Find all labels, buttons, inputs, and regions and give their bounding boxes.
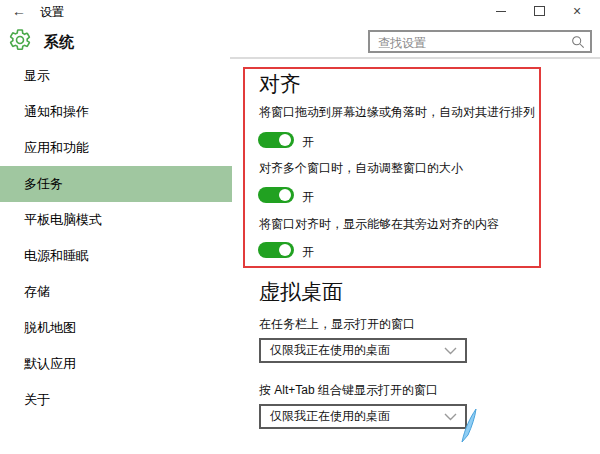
close-button[interactable]: × <box>558 0 596 22</box>
sidebar-item-tablet-mode[interactable]: 平板电脑模式 <box>0 202 232 238</box>
close-icon: × <box>573 4 581 18</box>
sidebar-item-storage[interactable]: 存储 <box>0 274 232 310</box>
sidebar-item-apps[interactable]: 应用和功能 <box>0 130 232 166</box>
chevron-down-icon <box>444 347 457 355</box>
titlebar: ← 设置 × <box>0 0 600 22</box>
search-input[interactable] <box>376 32 565 53</box>
toggle-snap-arrange[interactable] <box>258 132 294 148</box>
toggle-snap-resize[interactable] <box>258 187 294 203</box>
dropdown-alttab-windows[interactable]: 仅限我正在使用的桌面 <box>259 404 467 429</box>
snap-setting-label: 将窗口对齐时，显示能够在其旁边对齐的内容 <box>259 216 499 233</box>
dropdown-value: 仅限我正在使用的桌面 <box>261 408 444 425</box>
vd-setting-label: 在任务栏上，显示打开的窗口 <box>259 316 415 333</box>
window-title: 设置 <box>40 4 64 21</box>
minimize-button[interactable] <box>482 0 520 22</box>
search-box <box>368 30 592 53</box>
maximize-button[interactable] <box>520 0 558 22</box>
toggle-state-label: 开 <box>302 189 314 206</box>
minimize-icon <box>496 11 506 12</box>
back-arrow-icon[interactable]: ← <box>8 2 30 20</box>
sidebar-item-default-apps[interactable]: 默认应用 <box>0 346 232 382</box>
snap-setting-label: 对齐多个窗口时，自动调整窗口的大小 <box>259 160 463 177</box>
toggle-state-label: 开 <box>302 244 314 261</box>
page-title: 系统 <box>44 33 74 52</box>
chevron-down-icon <box>444 413 457 421</box>
window-controls: × <box>482 0 596 22</box>
maximize-icon <box>534 6 545 16</box>
sidebar-item-notifications[interactable]: 通知和操作 <box>0 94 232 130</box>
sidebar-item-display[interactable]: 显示 <box>0 58 232 94</box>
sidebar-item-multitasking[interactable]: 多任务 <box>0 166 232 202</box>
sidebar-item-power-sleep[interactable]: 电源和睡眠 <box>0 238 232 274</box>
virtual-desktops-title: 虚拟桌面 <box>259 278 343 306</box>
sidebar-item-about[interactable]: 关于 <box>0 382 232 418</box>
toggle-state-label: 开 <box>302 134 314 151</box>
toggle-knob <box>279 189 291 201</box>
toggle-knob <box>279 244 291 256</box>
snap-setting-label: 将窗口拖动到屏幕边缘或角落时，自动对其进行排列 <box>259 104 535 121</box>
snap-section-title: 对齐 <box>259 70 301 98</box>
toggle-knob <box>279 134 291 146</box>
gear-icon <box>8 28 32 52</box>
header-divider <box>230 57 600 59</box>
toggle-snap-assist[interactable] <box>258 242 294 258</box>
search-icon[interactable] <box>571 35 585 49</box>
dropdown-taskbar-windows[interactable]: 仅限我正在使用的桌面 <box>259 338 467 363</box>
dropdown-value: 仅限我正在使用的桌面 <box>261 342 444 359</box>
vd-setting-label: 按 Alt+Tab 组合键显示打开的窗口 <box>259 382 438 399</box>
sidebar: 显示 通知和操作 应用和功能 多任务 平板电脑模式 电源和睡眠 存储 脱机地图 … <box>0 58 232 418</box>
sidebar-item-offline-maps[interactable]: 脱机地图 <box>0 310 232 346</box>
